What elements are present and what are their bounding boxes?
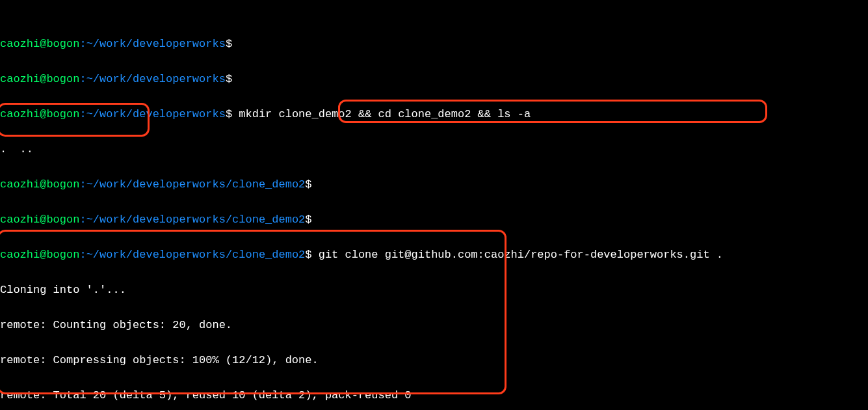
prompt-sigil: $	[226, 38, 232, 50]
prompt-host: bogon	[46, 178, 79, 191]
prompt-sigil: $	[305, 249, 311, 261]
prompt-user: caozhi	[0, 178, 40, 191]
prompt-sigil: $	[305, 178, 311, 191]
prompt-path: ~/work/developerworks	[86, 108, 226, 120]
prompt-path: ~/work/developerworks	[86, 73, 226, 85]
prompt-line: caozhi@bogon:~/work/developerworks$	[0, 35, 868, 53]
prompt-line: caozhi@bogon:~/work/developerworks/clone…	[0, 176, 868, 193]
prompt-sigil: $	[226, 108, 232, 120]
prompt-user: caozhi	[0, 73, 40, 85]
prompt-host: bogon	[46, 73, 79, 85]
prompt-host: bogon	[46, 108, 79, 120]
prompt-user: caozhi	[0, 108, 40, 120]
terminal[interactable]: caozhi@bogon:~/work/developerworks$ caoz…	[0, 0, 868, 410]
command-text: mkdir clone_demo2 && cd clone_demo2 && l…	[232, 108, 531, 120]
command-text	[232, 38, 239, 50]
prompt-at: @	[40, 38, 46, 50]
prompt-path: ~/work/developerworks/clone_demo2	[86, 249, 306, 261]
command-text: git clone git@github.com:caozhi/repo-for…	[312, 249, 724, 261]
output-line: Cloning into '.'...	[0, 281, 868, 299]
command-text	[312, 213, 319, 226]
prompt-line: caozhi@bogon:~/work/developerworks$ mkdi…	[0, 105, 868, 123]
prompt-sigil: $	[305, 213, 311, 226]
prompt-host: bogon	[46, 249, 79, 261]
output-line: remote: Counting objects: 20, done.	[0, 316, 868, 334]
prompt-path: ~/work/developerworks/clone_demo2	[86, 213, 306, 226]
prompt-sigil: $	[226, 73, 232, 85]
prompt-user: caozhi	[0, 213, 40, 226]
command-text	[232, 73, 239, 85]
prompt-line: caozhi@bogon:~/work/developerworks/clone…	[0, 211, 868, 228]
prompt-line: caozhi@bogon:~/work/developerworks/clone…	[0, 246, 868, 264]
prompt-user: caozhi	[0, 249, 40, 261]
prompt-path: ~/work/developerworks/clone_demo2	[86, 178, 306, 191]
command-text	[312, 178, 319, 191]
prompt-line: caozhi@bogon:~/work/developerworks$	[0, 70, 868, 88]
prompt-host: bogon	[46, 38, 79, 50]
prompt-path: ~/work/developerworks	[86, 38, 226, 50]
prompt-user: caozhi	[0, 38, 40, 50]
output-line: . ..	[0, 141, 868, 158]
output-line: remote: Compressing objects: 100% (12/12…	[0, 351, 868, 369]
prompt-host: bogon	[46, 213, 79, 226]
output-line: remote: Total 20 (delta 5), reused 10 (d…	[0, 387, 868, 404]
